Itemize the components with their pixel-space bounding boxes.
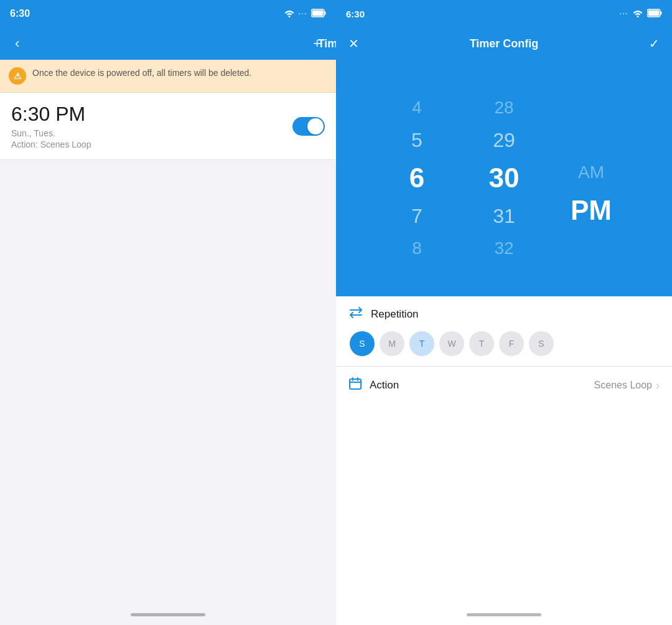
day-btn-tuesday[interactable]: T — [409, 331, 434, 356]
svg-rect-1 — [312, 10, 324, 16]
right-empty-area — [336, 404, 672, 604]
hour-item-8: 8 — [373, 232, 460, 265]
right-battery-icon — [647, 9, 662, 19]
right-panel: 6:30 ··· ✕ Timer Config ✓ — [336, 0, 672, 625]
warning-text: Once the device is powered off, all time… — [32, 67, 251, 80]
time-picker[interactable]: 4 5 6 7 8 28 29 30 31 32 AM PM — [336, 60, 672, 296]
left-wifi-icon — [284, 9, 295, 19]
period-column[interactable]: AM PM — [548, 124, 635, 232]
timer-info: 6:30 PM Sun., Tues. Action: Scenes Loop — [11, 103, 91, 149]
minute-item-30-selected: 30 — [460, 156, 548, 200]
minute-item-29: 29 — [460, 124, 548, 156]
left-status-bar: 6:30 ··· — [0, 0, 336, 27]
minute-item-31: 31 — [460, 200, 548, 232]
day-btn-wednesday[interactable]: W — [439, 331, 464, 356]
action-right: Scenes Loop › — [594, 379, 660, 392]
repeat-icon — [348, 306, 363, 322]
action-value: Scenes Loop — [594, 380, 652, 391]
timer-time: 6:30 PM — [11, 103, 91, 126]
action-left: Action — [348, 377, 399, 394]
day-buttons: S M T W T F S — [350, 331, 660, 356]
hour-item-5: 5 — [373, 124, 460, 156]
repetition-section: Repetition S M T W T F S — [336, 296, 672, 367]
confirm-button[interactable]: ✓ — [646, 34, 662, 54]
day-btn-friday[interactable]: F — [499, 331, 524, 356]
picker-columns: 4 5 6 7 8 28 29 30 31 32 AM PM — [348, 92, 660, 265]
left-dots-icon: ··· — [299, 11, 307, 17]
svg-rect-4 — [648, 10, 660, 16]
hour-item-6-selected: 6 — [373, 156, 460, 200]
day-btn-saturday[interactable]: S — [529, 331, 554, 356]
day-btn-monday[interactable]: M — [380, 331, 404, 356]
right-dots-icon: ··· — [620, 11, 628, 17]
svg-rect-5 — [661, 11, 662, 14]
day-btn-thursday[interactable]: T — [469, 331, 494, 356]
left-home-bar — [131, 613, 205, 616]
minute-column[interactable]: 28 29 30 31 32 — [460, 92, 548, 265]
right-status-time: 6:30 — [346, 9, 365, 19]
right-nav-bar: ✕ Timer Config ✓ — [336, 27, 672, 60]
hour-item-7: 7 — [373, 200, 460, 232]
right-home-indicator — [336, 604, 672, 625]
hour-item-4: 4 — [373, 92, 460, 124]
right-wifi-icon — [632, 9, 643, 19]
left-empty-area — [0, 160, 336, 604]
minute-item-28: 28 — [460, 92, 548, 124]
left-home-indicator — [0, 604, 336, 625]
left-nav-bar: ‹ Timers + — [0, 27, 336, 60]
calendar-icon — [348, 377, 362, 394]
left-status-icons: ··· — [284, 9, 326, 19]
hour-column[interactable]: 4 5 6 7 8 — [373, 92, 460, 265]
day-btn-sunday[interactable]: S — [350, 331, 375, 356]
right-home-bar — [467, 613, 541, 616]
right-status-icons: ··· — [620, 9, 662, 19]
timer-toggle[interactable] — [292, 117, 325, 136]
repetition-header: Repetition — [348, 306, 660, 322]
timer-list-item[interactable]: 6:30 PM Sun., Tues. Action: Scenes Loop — [0, 93, 336, 160]
bottom-config-section: Repetition S M T W T F S A — [336, 296, 672, 625]
repetition-label: Repetition — [371, 308, 419, 321]
action-chevron-icon: › — [656, 379, 660, 392]
period-item-am: AM — [548, 156, 635, 189]
timer-action: Action: Scenes Loop — [11, 139, 91, 149]
right-status-bar: 6:30 ··· — [336, 0, 672, 27]
left-panel: 6:30 ··· ‹ Timers + ⚠ Once the devic — [0, 0, 336, 625]
right-nav-title: Timer Config — [470, 37, 539, 50]
back-button[interactable]: ‹ — [10, 33, 24, 54]
svg-rect-2 — [325, 11, 326, 14]
svg-rect-6 — [350, 379, 361, 389]
warning-icon: ⚠ — [9, 67, 26, 85]
left-battery-icon — [311, 9, 326, 19]
action-row[interactable]: Action Scenes Loop › — [336, 367, 672, 404]
period-item-pm-selected: PM — [548, 189, 635, 232]
timer-days: Sun., Tues. — [11, 128, 91, 138]
action-label: Action — [370, 379, 399, 392]
minute-item-32: 32 — [460, 232, 548, 265]
left-status-time: 6:30 — [10, 8, 30, 19]
close-button[interactable]: ✕ — [346, 34, 362, 54]
warning-banner: ⚠ Once the device is powered off, all ti… — [0, 60, 336, 93]
